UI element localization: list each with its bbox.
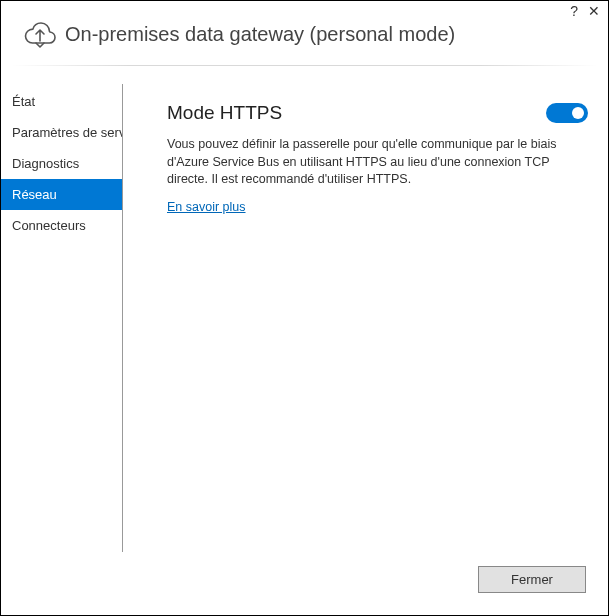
main-panel: Mode HTTPS Vous pouvez définir la passer… <box>123 84 608 552</box>
body: État Paramètres de service Diagnostics R… <box>1 66 608 552</box>
cloud-upload-icon <box>23 19 57 49</box>
https-mode-title: Mode HTTPS <box>167 102 282 124</box>
https-mode-toggle[interactable] <box>546 103 588 123</box>
sidebar-item-diagnostics[interactable]: Diagnostics <box>1 148 122 179</box>
sidebar-item-parametres[interactable]: Paramètres de service <box>1 117 122 148</box>
learn-more-link[interactable]: En savoir plus <box>167 200 246 214</box>
sidebar-item-etat[interactable]: État <box>1 86 122 117</box>
app-window: ? ✕ On-premises data gateway (personal m… <box>0 0 609 616</box>
help-icon[interactable]: ? <box>570 3 578 19</box>
sidebar: État Paramètres de service Diagnostics R… <box>1 84 123 552</box>
titlebar-controls: ? ✕ <box>570 3 600 19</box>
https-mode-row: Mode HTTPS <box>167 102 588 124</box>
app-title: On-premises data gateway (personal mode) <box>65 23 455 46</box>
footer: Fermer <box>1 552 608 615</box>
sidebar-item-reseau[interactable]: Réseau <box>1 179 122 210</box>
sidebar-item-connecteurs[interactable]: Connecteurs <box>1 210 122 241</box>
close-icon[interactable]: ✕ <box>588 3 600 19</box>
https-mode-description: Vous pouvez définir la passerelle pour q… <box>167 136 588 189</box>
header: On-premises data gateway (personal mode) <box>1 1 608 65</box>
close-button[interactable]: Fermer <box>478 566 586 593</box>
